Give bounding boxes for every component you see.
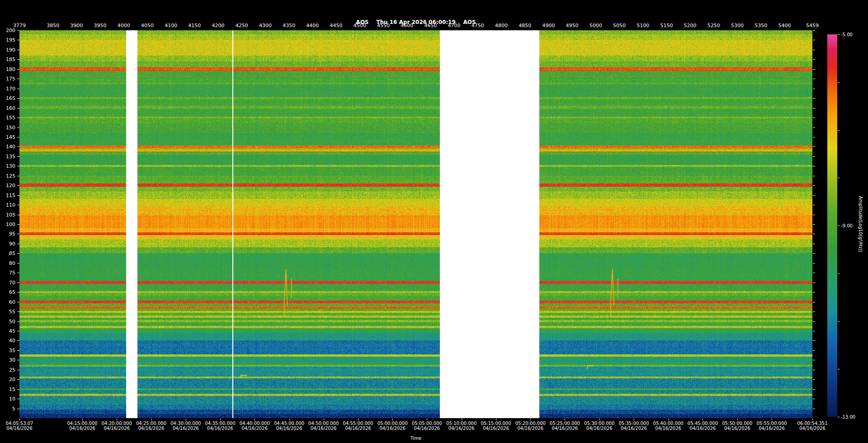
frequency-tick-label: 5 xyxy=(12,405,15,411)
time-value: 04:55:00.000 xyxy=(343,421,373,426)
time-tick xyxy=(427,419,427,420)
time-tick xyxy=(82,419,83,420)
date-value: 04/16/2026 xyxy=(67,426,97,431)
spectrogram-canvas[interactable] xyxy=(19,30,812,418)
frequency-tick xyxy=(813,118,815,118)
time-tick-label: 05:35:00.00004/16/2026 xyxy=(618,421,649,431)
spectrogram-app: AOS Thu 16 Apr 2026 06:00:19 AOS CoordSy… xyxy=(0,0,868,443)
amplitude-axis-title: Amplitude(Log10(g²/Hz)) xyxy=(858,30,863,418)
frequency-axis-right-ticks xyxy=(813,30,816,418)
top-axis-tick-label: 4950 xyxy=(566,23,579,28)
time-tick-label: 05:40:00.00004/16/2026 xyxy=(653,421,684,431)
frequency-tick xyxy=(813,360,815,360)
frequency-tick xyxy=(813,409,815,409)
time-value: 05:45:00.000 xyxy=(688,421,718,426)
time-value: 05:05:00.000 xyxy=(412,421,442,426)
top-axis-tick-label: 5000 xyxy=(590,23,602,28)
top-axis: 3779385039003950400040504100415042004250… xyxy=(19,23,812,29)
time-tick-label: 04:35:00.00004/16/2026 xyxy=(205,421,235,431)
frequency-tick-label: 170 xyxy=(6,85,15,91)
top-axis-tick-label: 4150 xyxy=(188,23,201,28)
frequency-tick-label: 25 xyxy=(9,367,15,372)
time-value: 05:50:00.000 xyxy=(722,421,752,426)
frequency-tick xyxy=(813,389,815,390)
frequency-tick xyxy=(813,321,815,322)
date-value: 04/16/2026 xyxy=(6,426,33,431)
time-tick-label: 05:55:00.00004/16/2026 xyxy=(756,421,787,431)
date-value: 04/16/2026 xyxy=(618,426,649,431)
frequency-tick-label: 55 xyxy=(9,309,15,315)
top-axis-tick-label: 5250 xyxy=(708,23,720,28)
date-value: 04/16/2026 xyxy=(756,426,787,431)
time-tick-label: 05:10:00.00004/16/2026 xyxy=(446,421,476,431)
date-value: 04/16/2026 xyxy=(797,426,827,431)
frequency-tick xyxy=(813,263,815,264)
top-axis-tick-label: 3950 xyxy=(94,23,107,28)
frequency-tick xyxy=(813,224,815,225)
date-value: 04/16/2026 xyxy=(550,426,580,431)
colorbar-tick xyxy=(838,321,840,322)
time-tick-label: 04:20:00.00004/16/2026 xyxy=(102,421,132,431)
time-value: 04:30:00.000 xyxy=(170,421,201,426)
frequency-tick xyxy=(813,244,815,244)
frequency-tick-label: 115 xyxy=(6,192,15,198)
top-axis-tick-label: 4800 xyxy=(495,23,508,28)
frequency-tick xyxy=(813,283,815,283)
time-tick xyxy=(324,419,324,420)
time-axis-title: Time xyxy=(19,436,812,441)
time-tick-label: 04:40:00.00004/16/2026 xyxy=(240,421,270,431)
time-value: 06:00:54.351 xyxy=(797,421,827,426)
time-tick-label: 04:50:00.00004/16/2026 xyxy=(308,421,339,431)
time-value: 05:10:00.000 xyxy=(446,421,476,426)
frequency-tick-label: 40 xyxy=(9,338,15,344)
frequency-tick xyxy=(813,98,815,99)
frequency-tick-label: 75 xyxy=(9,270,15,276)
time-tick-label: 04:15:00.00004/16/2026 xyxy=(67,421,97,431)
frequency-tick xyxy=(813,350,815,351)
frequency-tick xyxy=(813,30,815,31)
time-value: 05:35:00.000 xyxy=(618,421,649,426)
frequency-tick-label: 35 xyxy=(9,347,15,353)
frequency-tick-label: 50 xyxy=(9,318,15,324)
time-value: 05:25:00.000 xyxy=(550,421,580,426)
frequency-tick-label: 165 xyxy=(6,95,15,101)
top-axis-tick-label: 5200 xyxy=(684,23,697,28)
top-axis-tick-label: 4650 xyxy=(424,23,437,28)
frequency-tick xyxy=(813,69,815,70)
colorbar-tick xyxy=(838,34,840,35)
frequency-tick-label: 15 xyxy=(9,386,15,392)
frequency-tick xyxy=(813,127,815,128)
date-value: 04/16/2026 xyxy=(515,426,546,431)
date-value: 04/16/2026 xyxy=(308,426,339,431)
time-value: 04:05:53.07 xyxy=(6,421,33,426)
frequency-tick-label: 185 xyxy=(6,57,15,62)
top-axis-tick-label: 5100 xyxy=(637,23,649,28)
colorbar-canvas xyxy=(827,34,837,417)
frequency-tick-label: 160 xyxy=(6,105,15,111)
frequency-tick-label: 110 xyxy=(6,202,15,208)
time-value: 05:40:00.000 xyxy=(653,421,684,426)
frequency-tick xyxy=(813,50,815,50)
time-value: 05:30:00.000 xyxy=(584,421,614,426)
frequency-tick xyxy=(813,205,815,205)
frequency-tick-label: 100 xyxy=(6,222,15,227)
time-tick-label: 04:05:53.0704/16/2026 xyxy=(6,421,33,431)
frequency-tick xyxy=(813,311,815,312)
frequency-tick xyxy=(813,253,815,254)
date-value: 04/16/2026 xyxy=(584,426,614,431)
frequency-tick xyxy=(813,195,815,196)
time-tick xyxy=(772,419,772,420)
time-tick xyxy=(186,419,186,420)
frequency-tick-label: 20 xyxy=(9,377,15,382)
time-value: 04:15:00.000 xyxy=(67,421,97,426)
date-value: 04/16/2026 xyxy=(722,426,752,431)
time-value: 04:50:00.000 xyxy=(308,421,339,426)
top-axis-tick-label: 4600 xyxy=(401,23,413,28)
frequency-tick-label: 80 xyxy=(9,260,15,266)
top-axis-tick-label: 3850 xyxy=(47,23,59,28)
top-axis-tick-label: 4500 xyxy=(354,23,366,28)
frequency-tick xyxy=(813,379,815,380)
frequency-tick-label: 10 xyxy=(9,396,15,402)
frequency-tick xyxy=(813,331,815,331)
frequency-tick-label: 190 xyxy=(6,47,15,52)
